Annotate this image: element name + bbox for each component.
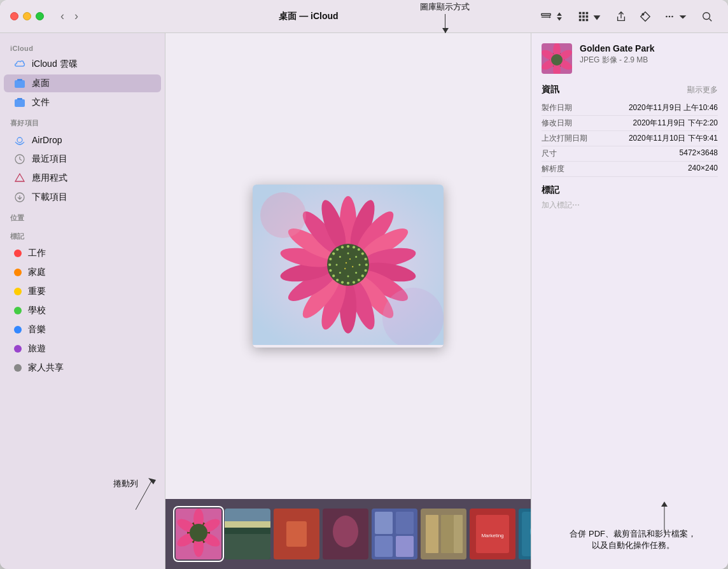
svg-point-71 (339, 272, 341, 274)
sidebar-item-music[interactable]: 音樂 (4, 321, 161, 339)
desktop-folder-icon (14, 78, 25, 89)
sidebar-item-school[interactable]: 學校 (4, 302, 161, 320)
clock-icon (14, 153, 25, 165)
svg-point-22 (17, 137, 22, 143)
minimize-button[interactable] (23, 12, 31, 20)
work-tag-dot (14, 249, 22, 257)
svg-point-44 (327, 244, 369, 286)
svg-text:Marketing: Marketing (481, 533, 503, 538)
gallery-view-button[interactable] (573, 8, 608, 25)
svg-rect-105 (454, 515, 463, 553)
svg-point-14 (669, 15, 671, 17)
thumbnail-8[interactable] (519, 509, 531, 559)
sidebar-item-desktop[interactable]: 桌面 (4, 74, 161, 92)
sidebar-item-important[interactable]: 重要 (4, 283, 161, 300)
svg-rect-3 (579, 11, 582, 14)
share-icon (615, 11, 627, 22)
thumbnail-7[interactable]: Marketing (470, 509, 515, 559)
svg-point-59 (332, 274, 335, 277)
preview-image[interactable] (253, 185, 444, 348)
nav-buttons: ‹ › (57, 8, 82, 24)
file-thumbnail (542, 43, 572, 74)
svg-rect-11 (586, 18, 589, 21)
sidebar-item-icloud-drive[interactable]: iCloud 雲碟 (4, 55, 161, 73)
back-button[interactable]: ‹ (57, 8, 68, 24)
info-row-resolution: 解析度 240×240 (542, 162, 718, 177)
svg-point-66 (347, 253, 349, 255)
tag-button[interactable] (634, 8, 656, 25)
svg-rect-98 (375, 512, 393, 534)
svg-point-63 (332, 253, 335, 255)
share-button[interactable] (610, 8, 632, 25)
dimensions-label: 尺寸 (542, 148, 557, 159)
svg-rect-0 (542, 13, 550, 15)
thumbnail-2[interactable] (225, 509, 270, 559)
sidebar-item-airdrop[interactable]: AirDrop (4, 131, 161, 149)
thumbnail-4[interactable] (323, 509, 368, 559)
svg-rect-92 (225, 521, 270, 528)
svg-point-16 (703, 12, 710, 19)
thumbnail-1[interactable] (176, 509, 221, 559)
thumbnail-3[interactable] (274, 509, 319, 559)
fullscreen-button[interactable] (36, 12, 44, 20)
sidebar: iCloud iCloud 雲碟 桌面 (0, 33, 165, 569)
airdrop-icon (14, 134, 25, 146)
sidebar-item-label: 桌面 (32, 78, 50, 89)
svg-point-46 (347, 245, 349, 248)
more-options-icon (664, 11, 675, 22)
svg-point-64 (336, 248, 339, 251)
svg-point-125 (551, 54, 563, 66)
svg-rect-104 (441, 515, 454, 553)
created-label: 製作日期 (542, 102, 572, 113)
svg-rect-5 (586, 11, 589, 14)
important-tag-dot (14, 288, 22, 295)
chevron-up-down-icon (554, 11, 565, 22)
center-content: Marketing (165, 33, 531, 569)
svg-point-51 (365, 263, 368, 266)
sidebar-section-favorites: 喜好項目 (0, 112, 165, 130)
svg-rect-100 (375, 536, 393, 557)
file-type: JPEG 影像 - 2.9 MB (580, 55, 654, 66)
toolbar: ‹ › 桌面 — iCloud (0, 0, 728, 33)
thumbnail-5[interactable] (372, 509, 417, 559)
icloud-drive-icon (14, 59, 25, 70)
sidebar-item-travel[interactable]: 旅遊 (4, 340, 161, 358)
sidebar-item-home[interactable]: 家庭 (4, 263, 161, 281)
info-title: 資訊 (542, 84, 559, 95)
sidebar-item-label: iCloud 雲碟 (32, 59, 78, 70)
view-options-button[interactable] (535, 8, 570, 25)
sidebar-item-documents[interactable]: 文件 (4, 94, 161, 111)
svg-point-60 (329, 269, 332, 272)
flower-svg (253, 185, 444, 345)
thumbnail-6[interactable] (421, 509, 466, 559)
svg-point-65 (341, 246, 344, 248)
info-row-modified: 修改日期 2020年11月9日 下午2:20 (542, 116, 718, 131)
svg-point-77 (346, 262, 347, 263)
resolution-label: 解析度 (542, 164, 564, 174)
sidebar-item-applications[interactable]: 應用程式 (4, 169, 161, 187)
sidebar-item-family-share[interactable]: 家人共享 (4, 359, 161, 377)
svg-point-12 (642, 13, 644, 15)
sidebar-item-recents[interactable]: 最近項目 (4, 150, 161, 168)
sidebar-item-label: 音樂 (28, 324, 46, 335)
svg-point-76 (352, 266, 353, 267)
show-more-button[interactable]: 顯示更多 (687, 85, 718, 95)
svg-rect-4 (582, 11, 585, 14)
svg-rect-101 (396, 536, 414, 557)
sidebar-item-downloads[interactable]: 下載項目 (4, 188, 161, 206)
thumbnail-row: Marketing (176, 509, 531, 559)
svg-point-58 (336, 279, 339, 281)
more-options-button[interactable] (659, 8, 694, 25)
svg-point-61 (328, 263, 331, 266)
add-tag-field[interactable]: 加入標記⋯ (542, 200, 718, 211)
info-row-created: 製作日期 2020年11月9日 上午10:46 (542, 101, 718, 116)
download-icon (14, 192, 25, 203)
family-share-tag-dot (14, 364, 22, 372)
search-button[interactable] (696, 8, 718, 25)
forward-button[interactable]: › (71, 8, 82, 24)
school-tag-dot (14, 307, 22, 314)
close-button[interactable] (10, 12, 18, 20)
svg-point-68 (359, 264, 361, 266)
music-tag-dot (14, 326, 22, 334)
sidebar-item-work[interactable]: 工作 (4, 244, 161, 262)
